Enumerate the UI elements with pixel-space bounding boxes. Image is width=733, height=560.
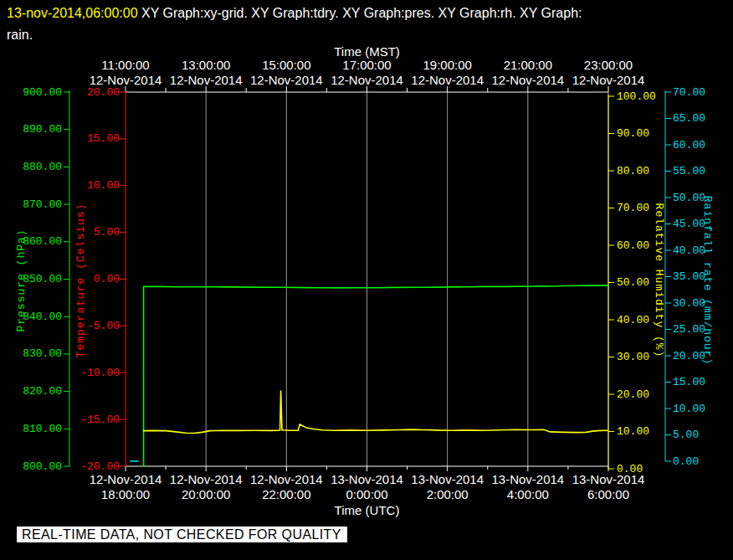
- temperature-tick-label: 10.00: [61, 179, 120, 192]
- pressure-tick-label: 850.00: [3, 273, 62, 285]
- temperature-tick-label: -15.00: [61, 414, 120, 426]
- temperature-axis-title: Temperature (Celsius): [74, 203, 87, 358]
- rain-tick-label: 70.00: [673, 86, 731, 99]
- rain-tick-label: 10.00: [673, 403, 731, 415]
- pressure-tick-label: 810.00: [3, 423, 62, 435]
- top-date-label: 12-Nov-2014: [402, 73, 494, 87]
- top-date-label: 12-Nov-2014: [482, 73, 574, 87]
- rh-tick-label: 10.00: [617, 425, 675, 438]
- bottom-time-label: 22:00:00: [240, 487, 332, 501]
- top-date-label: 12-Nov-2014: [321, 73, 413, 87]
- temperature-tick-label: 5.00: [61, 226, 120, 239]
- temperature-tick-label: -5.00: [61, 320, 120, 332]
- bottom-time-label: 0:00:00: [321, 487, 413, 501]
- series-pres-line: [144, 285, 608, 466]
- rain-axis-title: Rainfall rate (mm/hour): [701, 196, 714, 365]
- rh-tick-label: 80.00: [617, 165, 675, 177]
- pressure-axis-title: Pressure (hPa): [15, 229, 28, 331]
- rain-tick-label: 55.00: [673, 165, 731, 177]
- temperature-tick-label: -10.00: [61, 367, 120, 379]
- humidity-axis-title: Relative Humidity (%): [653, 203, 665, 358]
- rh-tick-label: 30.00: [617, 351, 675, 363]
- pressure-tick-label: 880.00: [3, 161, 62, 173]
- quality-notice: REAL-TIME DATA, NOT CHECKED FOR QUALITY: [17, 527, 347, 542]
- bottom-time-label: 18:00:00: [79, 487, 172, 501]
- bottom-date-label: 12-Nov-2014: [160, 472, 252, 486]
- top-time-label: 15:00:00: [240, 58, 332, 72]
- rain-tick-label: 0.00: [673, 455, 731, 468]
- temperature-tick-label: 0.00: [61, 273, 120, 285]
- temperature-tick-label: 20.00: [61, 86, 120, 99]
- rain-tick-label: 15.00: [673, 376, 731, 388]
- pressure-tick-label: 900.00: [3, 86, 62, 99]
- bottom-time-label: 20:00:00: [160, 487, 252, 501]
- rain-tick-label: 60.00: [673, 139, 731, 152]
- top-date-label: 12-Nov-2014: [562, 73, 654, 87]
- bottom-date-label: 13-Nov-2014: [482, 472, 574, 486]
- bottom-time-label: 2:00:00: [402, 487, 494, 501]
- top-time-label: 23:00:00: [562, 58, 654, 72]
- bottom-date-label: 13-Nov-2014: [562, 472, 654, 486]
- rh-tick-label: 20.00: [617, 388, 675, 401]
- rh-tick-label: 70.00: [617, 202, 675, 214]
- top-date-label: 12-Nov-2014: [79, 73, 172, 87]
- bottom-axis-label: Time (UTC): [335, 503, 400, 517]
- rh-tick-label: 60.00: [617, 239, 675, 252]
- bottom-date-label: 12-Nov-2014: [240, 472, 332, 486]
- pressure-tick-label: 890.00: [3, 123, 62, 136]
- rh-tick-label: 40.00: [617, 314, 675, 326]
- rh-tick-label: 50.00: [617, 276, 675, 289]
- rain-tick-label: 65.00: [673, 112, 731, 125]
- rh-tick-label: 90.00: [617, 127, 675, 140]
- top-axis-label: Time (MST): [334, 44, 400, 59]
- bottom-date-label: 13-Nov-2014: [321, 472, 413, 486]
- top-time-label: 17:00:00: [321, 58, 413, 72]
- pressure-tick-label: 800.00: [3, 460, 62, 473]
- rh-tick-label: 100.00: [617, 90, 675, 103]
- pressure-tick-label: 820.00: [3, 385, 62, 398]
- temperature-tick-label: 15.00: [61, 132, 120, 145]
- top-date-label: 12-Nov-2014: [240, 73, 332, 87]
- bottom-date-label: 13-Nov-2014: [402, 472, 494, 486]
- top-time-label: 11:00:00: [79, 58, 172, 72]
- top-time-label: 21:00:00: [482, 58, 574, 72]
- bottom-time-label: 4:00:00: [482, 487, 574, 501]
- top-date-label: 12-Nov-2014: [160, 73, 252, 87]
- pressure-tick-label: 830.00: [3, 347, 62, 360]
- series-rh-line: [143, 391, 608, 434]
- top-time-label: 19:00:00: [402, 58, 494, 72]
- bottom-time-label: 6:00:00: [562, 487, 654, 501]
- bottom-date-label: 12-Nov-2014: [79, 472, 172, 486]
- pressure-tick-label: 840.00: [3, 311, 62, 323]
- pressure-tick-label: 870.00: [3, 198, 62, 211]
- pressure-tick-label: 860.00: [3, 235, 62, 248]
- top-time-label: 13:00:00: [160, 58, 252, 72]
- rain-tick-label: 5.00: [673, 429, 731, 441]
- temperature-tick-label: -20.00: [61, 460, 120, 473]
- weather-realtime-graph: 13-nov-2014,06:00:00 XY Graph:xy-grid. X…: [0, 0, 733, 560]
